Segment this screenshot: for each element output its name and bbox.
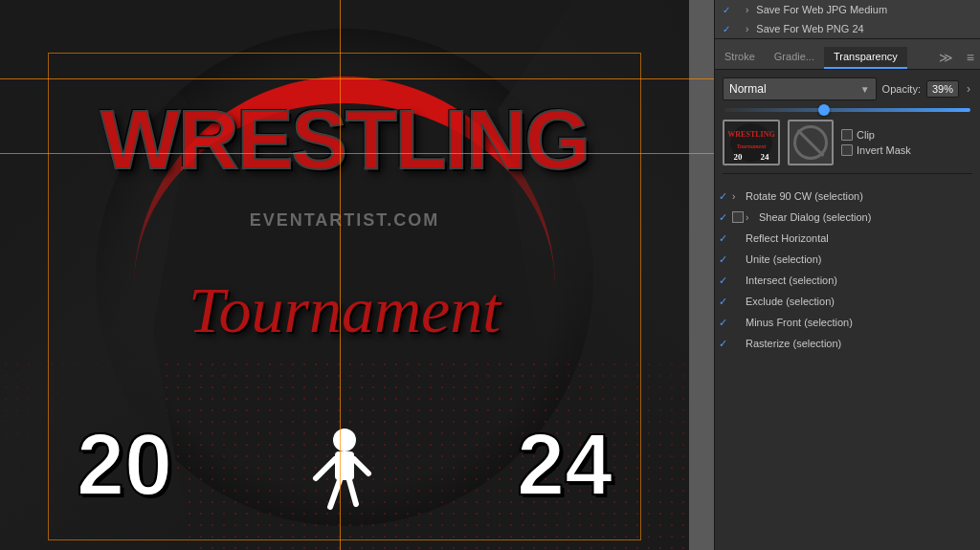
clip-invert-options: Clip Invert Mask bbox=[841, 129, 911, 156]
save-png-check: ✓ bbox=[723, 24, 730, 34]
url-text: EVENTARTIST.COM bbox=[57, 210, 632, 231]
blend-mode-value: Normal bbox=[729, 82, 767, 96]
clip-label: Clip bbox=[857, 129, 875, 141]
unite-check: ✓ bbox=[719, 253, 732, 266]
opacity-value[interactable]: 39% bbox=[926, 80, 959, 98]
opacity-slider-row bbox=[723, 108, 972, 112]
shear-arrow: › bbox=[746, 212, 759, 223]
layer-thumb-inner: WRESTLING Tournament 20 24 bbox=[724, 121, 778, 164]
panel-menu-icon[interactable]: ≡ bbox=[961, 46, 980, 69]
mask-thumbnail bbox=[788, 120, 834, 165]
save-jpg-label: Save For Web JPG Medium bbox=[756, 4, 887, 15]
shear-label: Shear Dialog (selection) bbox=[759, 211, 976, 223]
tab-gradient[interactable]: Gradie... bbox=[765, 47, 824, 69]
minus-front-check: ✓ bbox=[719, 317, 732, 329]
reflect-check: ✓ bbox=[719, 232, 732, 245]
rotate-arrow: › bbox=[732, 191, 746, 202]
guide-horizontal-2 bbox=[0, 153, 714, 154]
svg-line-2 bbox=[316, 459, 335, 478]
invert-mask-label: Invert Mask bbox=[857, 144, 911, 156]
menu-item-minus-front[interactable]: ✓ Minus Front (selection) bbox=[715, 312, 980, 333]
right-panel: ✓ › Save For Web JPG Medium ✓ › Save For… bbox=[714, 0, 980, 550]
exclude-check: ✓ bbox=[719, 296, 732, 308]
menu-item-reflect[interactable]: ✓ Reflect Horizontal bbox=[715, 228, 980, 249]
menu-item-rasterize[interactable]: ✓ Rasterize (selection) bbox=[715, 333, 980, 354]
thumb-svg: WRESTLING Tournament 20 24 bbox=[724, 121, 778, 164]
panel-more-button[interactable]: ≫ bbox=[931, 46, 961, 69]
unite-label: Unite (selection) bbox=[746, 253, 976, 265]
tournament-text: Tournament bbox=[48, 273, 641, 348]
svg-text:20: 20 bbox=[734, 152, 744, 162]
guide-horizontal-1 bbox=[0, 78, 714, 79]
no-mask-icon bbox=[793, 125, 828, 160]
save-jpg-check: ✓ bbox=[723, 5, 730, 15]
opacity-expand-button[interactable]: › bbox=[965, 82, 972, 96]
svg-point-0 bbox=[333, 429, 356, 451]
layer-thumbnail: WRESTLING Tournament 20 24 bbox=[723, 120, 780, 165]
menu-item-shear[interactable]: ✓ › Shear Dialog (selection) bbox=[715, 207, 980, 228]
menu-item-unite[interactable]: ✓ Unite (selection) bbox=[715, 249, 980, 270]
clip-checkbox-row: Clip bbox=[841, 129, 911, 141]
opacity-slider-thumb[interactable] bbox=[818, 104, 830, 116]
reflect-label: Reflect Horizontal bbox=[746, 232, 976, 244]
panel-tabs: Stroke Gradie... Transparency ≫ ≡ bbox=[715, 39, 980, 70]
menu-item-exclude[interactable]: ✓ Exclude (selection) bbox=[715, 291, 980, 312]
panel-divider bbox=[723, 173, 972, 174]
tab-transparency[interactable]: Transparency bbox=[824, 47, 907, 69]
svg-text:WRESTLING: WRESTLING bbox=[727, 130, 774, 139]
wrestling-text: WRESTLING bbox=[48, 91, 641, 188]
exclude-label: Exclude (selection) bbox=[746, 296, 976, 307]
guide-vertical-1 bbox=[340, 0, 341, 550]
shear-checkbox[interactable] bbox=[732, 211, 744, 223]
menu-items-list: ✓ › Rotate 90 CW (selection) ✓ › Shear D… bbox=[715, 186, 980, 550]
blend-mode-arrow: ▼ bbox=[860, 84, 870, 95]
tab-stroke[interactable]: Stroke bbox=[715, 47, 765, 69]
opacity-label: Opacity: bbox=[882, 83, 921, 95]
svg-text:Tournament: Tournament bbox=[737, 143, 767, 149]
blend-mode-select[interactable]: Normal ▼ bbox=[723, 77, 877, 100]
blend-opacity-row: Normal ▼ Opacity: 39% › bbox=[723, 77, 972, 100]
save-jpg-arrow: › bbox=[746, 5, 748, 15]
intersect-check: ✓ bbox=[719, 275, 732, 287]
svg-line-3 bbox=[354, 459, 368, 473]
shear-check: ✓ bbox=[719, 211, 732, 224]
invert-mask-checkbox[interactable] bbox=[841, 144, 853, 156]
rasterize-label: Rasterize (selection) bbox=[746, 338, 976, 349]
rotate-label: Rotate 90 CW (selection) bbox=[746, 190, 976, 202]
opacity-slider-track[interactable] bbox=[724, 108, 970, 112]
menu-item-intersect[interactable]: ✓ Intersect (selection) bbox=[715, 270, 980, 291]
save-png-arrow: › bbox=[746, 24, 748, 34]
intersect-label: Intersect (selection) bbox=[746, 275, 976, 286]
save-items-section: ✓ › Save For Web JPG Medium ✓ › Save For… bbox=[715, 0, 980, 39]
svg-text:24: 24 bbox=[761, 152, 770, 162]
thumbnail-row: WRESTLING Tournament 20 24 Clip Invert bbox=[723, 120, 972, 165]
minus-front-label: Minus Front (selection) bbox=[746, 317, 976, 328]
year-display: 20 24 bbox=[77, 416, 612, 521]
invert-mask-checkbox-row: Invert Mask bbox=[841, 144, 911, 156]
svg-line-4 bbox=[330, 480, 340, 507]
canvas-area: WRESTLING EVENTARTIST.COM Tournament 20 … bbox=[0, 0, 714, 550]
menu-item-rotate[interactable]: ✓ › Rotate 90 CW (selection) bbox=[715, 186, 980, 207]
rasterize-check: ✓ bbox=[719, 338, 732, 350]
save-png-label: Save For Web PNG 24 bbox=[756, 23, 863, 34]
clip-checkbox[interactable] bbox=[841, 129, 853, 141]
year-right: 24 bbox=[517, 416, 612, 521]
svg-line-5 bbox=[349, 480, 356, 504]
artboard: WRESTLING EVENTARTIST.COM Tournament 20 … bbox=[0, 0, 689, 550]
save-web-jpg[interactable]: ✓ › Save For Web JPG Medium bbox=[715, 0, 980, 19]
year-left: 20 bbox=[77, 416, 172, 521]
transparency-panel-content: Normal ▼ Opacity: 39% › WRESTLING T bbox=[715, 70, 980, 186]
rotate-check: ✓ bbox=[719, 190, 732, 203]
svg-rect-1 bbox=[335, 451, 354, 480]
wrestler-figure bbox=[306, 426, 383, 521]
panel-more-icon: ≫ bbox=[939, 50, 953, 65]
save-web-png[interactable]: ✓ › Save For Web PNG 24 bbox=[715, 19, 980, 38]
